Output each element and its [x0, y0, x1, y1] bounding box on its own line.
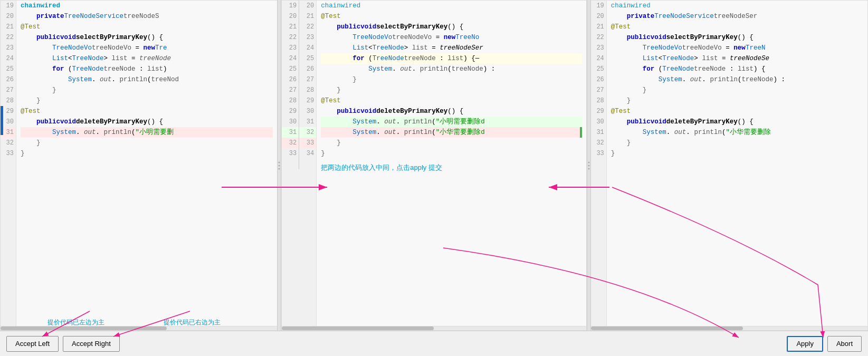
middle-scrollbar-thumb[interactable]: [282, 326, 434, 330]
divider-dots-2: [588, 161, 589, 169]
middle-code-line: }: [321, 148, 582, 159]
right-code-line: List<TreeNode> list = treeNodeSe: [611, 53, 863, 64]
right-code-line: }: [611, 148, 863, 159]
middle-code-line: chainwired: [321, 1, 582, 11]
middle-code-line: }: [321, 138, 582, 148]
middle-code-line: System. out. println(treeNode) :: [321, 64, 582, 74]
left-code-line: List<TreeNode> list = treeNode: [21, 53, 273, 64]
left-line-numbers: 19 20 21 22 23 24 25 26 27 28 29 30 31 3…: [1, 1, 16, 326]
right-scrollbar-thumb[interactable]: [591, 326, 743, 330]
annotation-right: 提价代码已右边为主: [164, 318, 221, 327]
middle-code-line: }: [321, 85, 582, 95]
middle-code-line: @Test: [321, 95, 582, 106]
right-code-line: }: [611, 95, 863, 106]
right-code-lines: chainwired private TreeNodeService treeN…: [607, 1, 867, 326]
divider-left-middle[interactable]: [277, 0, 281, 331]
middle-code-line: for (TreeNode treeNode : list) {—: [321, 53, 582, 64]
editor-area: 19 20 21 22 23 24 25 26 27 28 29 30 31 3…: [0, 0, 868, 331]
left-code-line: }: [21, 148, 273, 159]
right-code-line: }: [611, 138, 863, 148]
divider-dots: [279, 161, 280, 169]
left-code-line-deleted: System. out. println("小明需要删: [21, 127, 273, 138]
right-code-line: public void selectByPrimaryKey() {: [611, 32, 863, 43]
main-container: 19 20 21 22 23 24 25 26 27 28 29 30 31 3…: [0, 0, 868, 356]
middle-code-lines: chainwired @Test public void selectByPri…: [317, 1, 586, 326]
middle-code-line: TreeNodeVo treeNodeVo = new TreeNo: [321, 32, 582, 43]
left-code-line: public void selectByPrimaryKey() {: [21, 32, 273, 43]
middle-line-numbers: 1920 2021 2122 2223 2324 2425 2526 2627 …: [282, 1, 317, 326]
right-code-line: @Test: [611, 22, 863, 32]
middle-scrollbar[interactable]: [282, 326, 586, 330]
middle-code-line: }: [321, 74, 582, 85]
right-line-numbers: 19 20 21 22 23 24 25 26 27 28 29 30 31 3…: [591, 1, 607, 326]
right-code-line: public void deleteByPrimaryKey() {: [611, 117, 863, 127]
middle-code-content: 1920 2021 2122 2223 2324 2425 2526 2627 …: [282, 1, 586, 326]
left-code-line: @Test: [21, 106, 273, 117]
middle-code-line-deleted: System. out. println("小华需要删除d: [321, 127, 582, 138]
middle-code-line: List<TreeNode> list = treeNodeSer: [321, 43, 582, 53]
right-code-line: chainwired: [611, 1, 863, 11]
right-code-line: private TreeNodeService treeNodeSer: [611, 11, 863, 22]
left-code-line: chainwired: [21, 1, 273, 11]
right-code-line: System. out. println(treeNode) :: [611, 74, 863, 85]
left-scrollbar[interactable]: [1, 326, 277, 330]
right-code-line: for (TreeNode treeNode : list) {: [611, 64, 863, 74]
accept-left-button[interactable]: Accept Left: [6, 336, 59, 352]
annotation-left: 提价代码已左边为主: [47, 318, 104, 327]
left-code-line: TreeNodeVo treeNodeVo = new Tre: [21, 43, 273, 53]
right-code-line: }: [611, 85, 863, 95]
left-code-content: 19 20 21 22 23 24 25 26 27 28 29 30 31 3…: [1, 1, 277, 326]
right-code-line: @Test: [611, 106, 863, 117]
middle-panel: 1920 2021 2122 2223 2324 2425 2526 2627 …: [281, 0, 587, 331]
middle-chinese-comment: 把两边的代码放入中间，点击apply 提交: [321, 161, 582, 174]
abort-button[interactable]: Abort: [827, 336, 862, 352]
right-code-line: TreeNodeVo treeNodeVo = new TreeN: [611, 43, 863, 53]
left-code-line: }: [21, 138, 273, 148]
left-marker: [1, 106, 3, 135]
left-scrollbar-thumb[interactable]: [1, 326, 167, 330]
right-scrollbar[interactable]: [591, 326, 867, 330]
left-code-line: System. out. println(treeNod: [21, 74, 273, 85]
right-code-line: System. out. println("小华需要删除: [611, 127, 863, 138]
left-panel: 19 20 21 22 23 24 25 26 27 28 29 30 31 3…: [0, 0, 277, 331]
left-code-line: @Test: [21, 22, 273, 32]
middle-code-line: @Test: [321, 11, 582, 22]
middle-code-line: public void selectByPrimaryKey() {: [321, 22, 582, 32]
right-code-content: 19 20 21 22 23 24 25 26 27 28 29 30 31 3…: [591, 1, 867, 326]
left-code-line: }: [21, 95, 273, 106]
left-code-line: for (TreeNode treeNode : list): [21, 64, 273, 74]
right-panel: 19 20 21 22 23 24 25 26 27 28 29 30 31 3…: [591, 0, 868, 331]
middle-code-line-inserted: System. out. println("小明需要删除d: [321, 117, 582, 127]
apply-button[interactable]: Apply: [787, 336, 823, 352]
left-code-line: public void deleteByPrimaryKey() {: [21, 117, 273, 127]
left-code-line: private TreeNodeService treeNodeS: [21, 11, 273, 22]
accept-right-button[interactable]: Accept Right: [63, 336, 120, 352]
middle-code-line: public void deleteByPrimaryKey() {: [321, 106, 582, 117]
left-code-line: }: [21, 85, 273, 95]
bottom-bar: Accept Left Accept Right 提价代码已左边为主 提价代码已…: [0, 331, 868, 356]
left-code-lines: chainwired private TreeNodeService treeN…: [16, 1, 277, 326]
divider-middle-right[interactable]: [587, 0, 591, 331]
